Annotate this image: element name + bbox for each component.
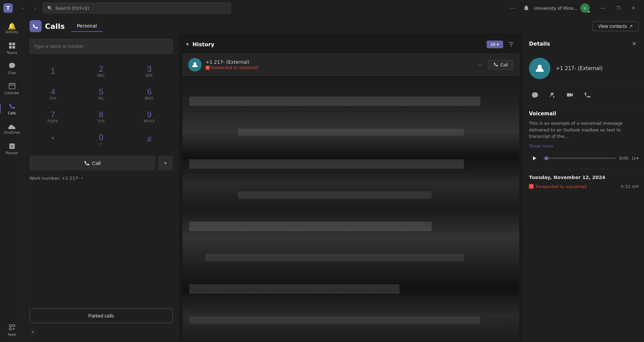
show-more-link[interactable]: Show more — [529, 144, 553, 149]
more-options-button[interactable]: ··· — [507, 3, 518, 13]
back-button[interactable]: ‹ — [17, 3, 28, 13]
add-contact-action-button[interactable] — [546, 89, 558, 101]
caller-name: +1 217- (External) — [206, 59, 471, 65]
speed-chevron-icon: ▾ — [637, 156, 639, 161]
settings-icon[interactable] — [30, 329, 173, 337]
call-history-item[interactable]: +1 217- (External) ! Forwarded to voicem… — [182, 54, 519, 76]
svg-text:!: ! — [207, 66, 208, 69]
play-button[interactable] — [529, 153, 540, 164]
page-header: Calls Personal View contacts ↗ — [24, 16, 644, 34]
contact-number: +1 217- (External) — [556, 65, 603, 71]
redacted-bar-8 — [189, 317, 480, 324]
call-btn-label: Call — [500, 62, 508, 67]
speed-label: 1x — [632, 156, 636, 161]
right-panel: Details ✕ +1 217- (External) — [523, 34, 644, 342]
call-action-button[interactable]: Call — [488, 60, 514, 70]
history-collapse-button[interactable]: ▼ — [185, 42, 190, 47]
dialpad-key-8[interactable]: 8 TUV — [78, 106, 125, 127]
sidebar-item-onedrive[interactable]: OneDrive — [2, 119, 22, 138]
dialpad-key-6[interactable]: 6 MNO — [126, 83, 173, 105]
redacted-bar-7 — [189, 284, 399, 294]
contact-info: +1 217- (External) — [556, 65, 603, 71]
video-action-button[interactable] — [564, 89, 576, 101]
search-bar[interactable]: 🔍 Search (Ctrl+E) — [43, 3, 231, 13]
call-button[interactable]: Call — [30, 156, 155, 170]
dialpad-key-0[interactable]: 0 + — [78, 129, 125, 150]
parked-calls-button[interactable]: Parked calls — [30, 308, 173, 323]
titlebar-right: ··· University of Illino... U — ❐ ✕ — [507, 3, 641, 13]
dialpad-key-star[interactable]: * — [30, 129, 76, 150]
maximize-button[interactable]: ❐ — [610, 3, 626, 13]
history-header: ▼ History All ▾ — [178, 34, 523, 54]
dialpad-key-4[interactable]: 4 GHI — [30, 83, 76, 105]
close-button[interactable]: ✕ — [626, 3, 641, 13]
redacted-bar-5 — [189, 222, 432, 231]
dialpad-key-7[interactable]: 7 PQRS — [30, 106, 76, 127]
history-title: History — [193, 41, 487, 48]
call-log-status: ! Forwarded to voicemail — [529, 184, 587, 189]
call-status: ! Forwarded to voicemail — [206, 65, 471, 70]
tab-personal[interactable]: Personal — [71, 20, 102, 32]
dialpad-key-hash[interactable]: # — [126, 129, 173, 150]
audio-time: 0:00 — [619, 156, 628, 161]
sidebar-item-planner[interactable]: Planner — [2, 139, 22, 158]
call-info: +1 217- (External) ! Forwarded to voicem… — [206, 59, 471, 70]
status-dot — [587, 10, 590, 13]
filter-all-label: All — [491, 42, 495, 47]
svg-rect-11 — [13, 325, 15, 327]
page-title: Calls — [45, 22, 65, 31]
work-number: Work number: +1 217- ▾ — [30, 174, 173, 182]
sidebar-label-calls: Calls — [8, 111, 16, 115]
details-title: Details — [529, 41, 629, 47]
filter-all-button[interactable]: All ▾ — [487, 41, 503, 48]
view-contacts-button[interactable]: View contacts ↗ — [592, 21, 639, 31]
dialpad-key-5[interactable]: 5 JKL — [78, 83, 125, 105]
playback-speed-button[interactable]: 1x ▾ — [632, 156, 639, 161]
call-log-entry: ! Forwarded to voicemail 9:32 AM — [529, 184, 639, 189]
details-close-button[interactable]: ✕ — [629, 39, 639, 48]
page-header-right: View contacts ↗ — [592, 21, 639, 31]
svg-point-23 — [551, 93, 553, 95]
notifications-button[interactable] — [521, 3, 532, 13]
main-layout: 🔔 Activity Teams Chat — [0, 16, 644, 342]
dialpad-key-3[interactable]: 3 DEF — [126, 60, 173, 82]
page-icon — [30, 20, 42, 32]
filter-options-button[interactable] — [506, 39, 517, 50]
audio-progress-bar[interactable] — [543, 158, 616, 159]
dialpad-key-9[interactable]: 9 WXYZ — [126, 106, 173, 127]
dialpad-search-input[interactable] — [30, 39, 173, 54]
view-contacts-label: View contacts — [598, 23, 627, 29]
message-action-button[interactable] — [529, 89, 541, 101]
redacted-bar-6 — [205, 254, 464, 261]
call-dropdown-button[interactable]: ▾ — [158, 156, 173, 170]
audio-progress-dot — [544, 156, 548, 160]
filter-chevron-icon: ▾ — [497, 42, 499, 47]
search-icon: 🔍 — [47, 6, 53, 11]
call-content-area — [182, 78, 519, 342]
call-more-button[interactable]: ··· — [475, 59, 485, 70]
call-contact-action-button[interactable] — [581, 89, 593, 101]
sidebar-item-activity[interactable]: 🔔 Activity — [2, 19, 22, 38]
dialpad-key-2[interactable]: 2 ABC — [78, 60, 125, 82]
minimize-button[interactable]: — — [595, 3, 610, 13]
dialpad-key-1[interactable]: 1 — [30, 60, 76, 82]
middle-panel: ▼ History All ▾ — [178, 34, 523, 342]
forward-button[interactable]: › — [30, 3, 40, 13]
sidebar-item-calendar[interactable]: Calendar — [2, 79, 22, 98]
call-row: Call ▾ — [30, 156, 173, 170]
contact-avatar-large — [529, 58, 550, 79]
chat-icon — [8, 62, 16, 70]
sidebar-label-activity: Activity — [6, 30, 18, 34]
sidebar-item-apps[interactable]: Apps — [2, 321, 22, 339]
window-controls: — ❐ ✕ — [595, 3, 641, 13]
left-panel: 1 2 ABC 3 DEF 4 GHI — [24, 34, 178, 342]
svg-rect-5 — [12, 46, 15, 49]
call-log-date: Tuesday, November 12, 2024 — [529, 175, 639, 180]
contact-actions — [524, 85, 644, 105]
sidebar-item-chat[interactable]: Chat — [2, 59, 22, 78]
sidebar-item-teams[interactable]: Teams — [2, 39, 22, 58]
svg-rect-26 — [567, 93, 571, 97]
sidebar-item-calls[interactable]: Calls — [2, 99, 22, 118]
onedrive-icon — [8, 123, 16, 130]
avatar[interactable]: U — [580, 3, 590, 13]
